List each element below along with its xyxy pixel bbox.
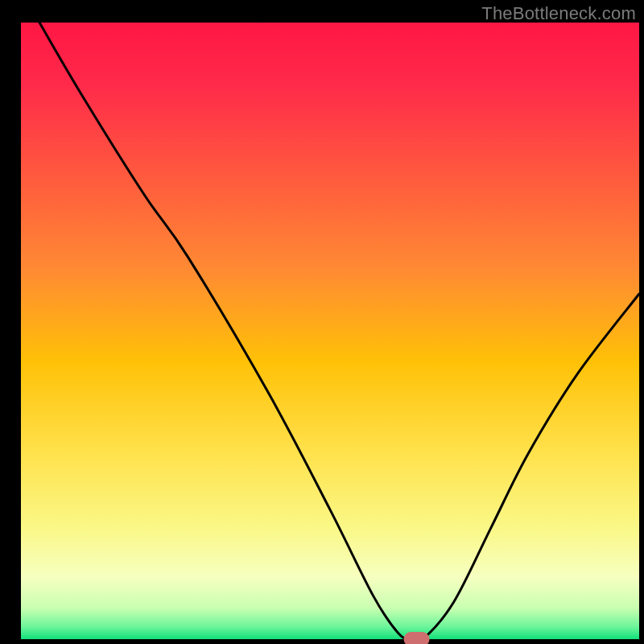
watermark: TheBottleneck.com <box>481 3 636 24</box>
chart-gradient-bg <box>21 23 639 639</box>
chart-svg <box>0 0 644 644</box>
bottleneck-chart: TheBottleneck.com <box>0 0 644 644</box>
bottleneck-marker <box>404 632 430 644</box>
